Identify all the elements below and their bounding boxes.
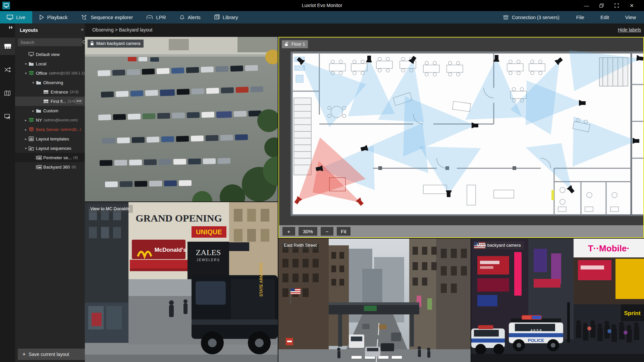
times-square-image: T··Mobile· Sprint POLICE 4 6 5: [471, 239, 644, 362]
map-zoom-bar: + 30% − Fit: [279, 225, 643, 237]
fullscreen-button[interactable]: [609, 0, 624, 11]
servers-stack-icon: [502, 15, 509, 20]
chevron-down-icon[interactable]: ▾: [23, 71, 29, 75]
connection-status[interactable]: Connection (3 servers): [502, 15, 568, 20]
lock-closed-icon: [90, 41, 94, 46]
map-zoom-in-button[interactable]: +: [282, 227, 295, 236]
tree-item-ny-server[interactable]: ▸ NY (admin@luxriot.com): [15, 115, 85, 125]
city-street-image: [278, 239, 471, 362]
tab-live[interactable]: Live: [0, 11, 32, 23]
window-title: Luxriot Evo Monitor: [0, 3, 644, 8]
chevron-down-icon[interactable]: ▾: [23, 62, 29, 66]
mcdonalds-street-image: GRAND OPENING UNIQUE McDonald's ZALES JE…: [85, 202, 278, 362]
tab-library-label: Library: [223, 14, 238, 20]
title-bar: Luxriot Evo Monitor — ✕: [0, 0, 644, 11]
camera-tile-east-reith[interactable]: East Reith Street: [278, 239, 471, 362]
floor-plan-image: [279, 38, 643, 237]
tab-playback-label: Playback: [47, 14, 68, 20]
chevron-right-icon[interactable]: ▸: [23, 137, 29, 141]
close-button[interactable]: ✕: [624, 0, 639, 11]
live-monitor-icon: [7, 14, 13, 20]
expand-panels-icon[interactable]: [8, 25, 14, 31]
camera-label: Main backyard camera: [474, 241, 524, 249]
nav-right: Connection (3 servers) File Edit View: [502, 11, 644, 23]
bell-icon: [179, 14, 185, 20]
more-options-button[interactable]: •••: [75, 98, 83, 104]
rail-remote-monitor-button[interactable]: [0, 108, 15, 125]
tree-item-observing[interactable]: ▾ Observing: [15, 78, 85, 87]
search-input[interactable]: [18, 40, 82, 45]
tab-live-label: Live: [16, 14, 25, 20]
folder-icon: [36, 109, 43, 113]
layouts-panel: Layouts « Default view ▾ Local ▾ Office …: [15, 23, 85, 362]
chevron-down-icon[interactable]: ▾: [23, 146, 29, 150]
chevron-right-icon[interactable]: ▸: [31, 109, 36, 113]
map-zoom-level: 30%: [299, 227, 317, 236]
plus-icon: +: [22, 351, 25, 357]
tab-alerts-label: Alerts: [188, 14, 201, 20]
tab-library[interactable]: Library: [207, 11, 245, 23]
chevron-down-icon[interactable]: ▾: [31, 81, 36, 84]
sequence-item-icon: [36, 156, 43, 160]
folder-icon: [29, 62, 36, 66]
sequence-explorer-icon: [81, 14, 88, 20]
map-zoom-out-button[interactable]: −: [321, 227, 333, 236]
svg-text:JEWELERS: JEWELERS: [197, 258, 220, 262]
chevron-right-icon[interactable]: ▸: [23, 128, 29, 131]
save-current-layout-button[interactable]: + Save current layout: [18, 349, 85, 360]
tab-alerts[interactable]: Alerts: [173, 11, 207, 23]
hide-labels-link[interactable]: Hide labels: [618, 27, 644, 33]
layouts-tree: Default view ▾ Local ▾ Office (admin@192…: [15, 50, 85, 347]
svg-text:POLICE: POLICE: [528, 338, 544, 343]
layout-grid-icon: [43, 99, 51, 104]
collapse-panel-button[interactable]: «: [81, 27, 83, 32]
tree-item-office-server[interactable]: ▾ Office (admin@192.168.1.1): [15, 68, 85, 78]
tab-lpr-label: LPR: [156, 14, 166, 20]
menu-edit[interactable]: Edit: [592, 14, 617, 20]
rail-sequences-button[interactable]: [0, 61, 15, 78]
tree-item-backyard-360[interactable]: Backyard 360 (6): [15, 162, 85, 172]
tab-sequence-explorer[interactable]: Sequence explorer: [74, 11, 140, 23]
map-tile-floor1[interactable]: Floor 1 + 30% − Fit: [278, 37, 644, 238]
rail-maps-button[interactable]: [0, 84, 15, 102]
play-icon: [39, 14, 44, 20]
layouts-panel-title: Layouts: [15, 27, 38, 33]
menu-file[interactable]: File: [568, 14, 592, 20]
sequence-item-icon: [36, 165, 43, 169]
layout-grid-icon: [43, 90, 51, 94]
map-fit-button[interactable]: Fit: [337, 227, 351, 236]
layout-sequences-icon: [29, 146, 36, 150]
tree-item-default-view[interactable]: Default view: [15, 50, 85, 59]
svg-text:ZALES: ZALES: [196, 248, 221, 257]
chevron-right-icon[interactable]: ▸: [23, 118, 29, 122]
content-header: Observing > Backyard layout Hide labels: [85, 23, 644, 37]
folder-icon: [36, 80, 43, 85]
tree-item-perimeter-sequence[interactable]: Perimeter se... (4): [15, 153, 85, 162]
tree-item-layout-sequences[interactable]: ▾ Layout sequences: [15, 143, 85, 153]
camera-tile-mcdonalds[interactable]: GRAND OPENING UNIQUE McDonald's ZALES JE…: [85, 202, 278, 362]
camera-tile-main-backyard[interactable]: Main backyard camera: [85, 37, 278, 201]
layout-grid: Main backyard camera GRAND OPENING UNIQU…: [85, 37, 644, 362]
svg-text:STATE ARMORED: STATE ARMORED: [259, 262, 264, 297]
tree-item-beta-server[interactable]: ▸ Beta Server (admin@L..): [15, 125, 85, 134]
breadcrumb: Observing > Backyard layout: [92, 27, 152, 33]
tree-item-custom[interactable]: ▸ Custom: [15, 106, 85, 115]
map-label: Floor 1: [282, 40, 308, 48]
tab-lpr[interactable]: LPR: [140, 11, 172, 23]
left-icon-rail: [0, 23, 15, 362]
tree-item-first-floor[interactable]: First fl... (1+5) •••: [15, 97, 85, 106]
minimize-button[interactable]: —: [579, 0, 594, 11]
rail-layouts-button[interactable]: [0, 38, 15, 55]
parking-lot-image: [85, 37, 278, 201]
tree-item-local[interactable]: ▾ Local: [15, 59, 85, 68]
tree-item-layout-templates[interactable]: ▸ Layout templates: [15, 134, 85, 143]
lock-open-icon: [284, 42, 289, 46]
layouts-panel-header: Layouts «: [15, 23, 85, 37]
tree-item-entrance[interactable]: Entrance (3×3): [15, 87, 85, 97]
camera-label: View to MC Donalds: [88, 205, 133, 213]
menu-view[interactable]: View: [617, 14, 644, 20]
restore-button[interactable]: [594, 0, 609, 11]
camera-tile-main-backyard-2[interactable]: T··Mobile· Sprint POLICE 4 6 5: [471, 239, 644, 362]
monitor-icon: [29, 52, 36, 57]
tab-playback[interactable]: Playback: [32, 11, 74, 23]
